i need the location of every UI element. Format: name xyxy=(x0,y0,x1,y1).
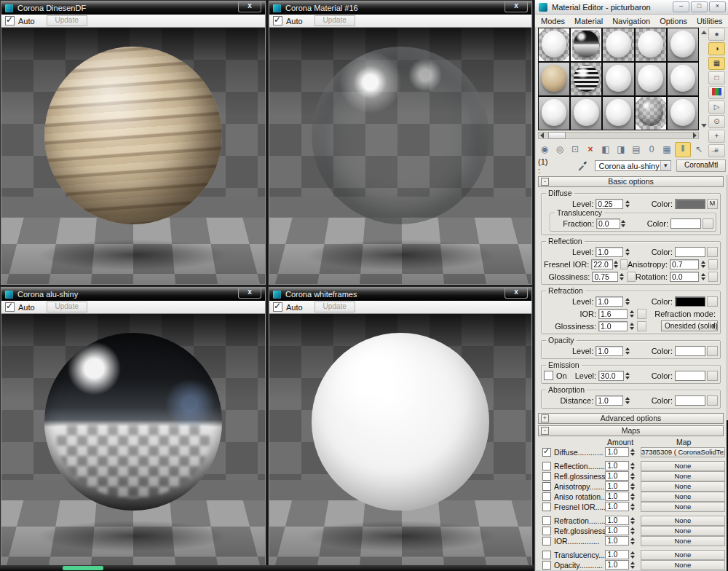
absorption-color-map-button[interactable] xyxy=(707,395,718,406)
spinner-up-icon[interactable] xyxy=(630,473,635,476)
reflection-level-spinner[interactable] xyxy=(624,247,630,256)
sample-slot-10[interactable] xyxy=(668,63,698,95)
refrglossiness-amount-spinner[interactable] xyxy=(630,526,636,535)
ior-map-checkbox[interactable] xyxy=(542,537,551,546)
opacity-color-swatch[interactable] xyxy=(675,346,705,356)
sample-slot-6[interactable] xyxy=(539,63,569,95)
show-end-result-icon[interactable]: ‖ xyxy=(675,142,691,157)
absorption-distance-field[interactable]: 1.0 xyxy=(596,395,623,406)
ior-map-button[interactable] xyxy=(637,309,646,319)
spinner-up-icon[interactable] xyxy=(630,462,635,465)
diffuse-amount-field[interactable]: 1.0 xyxy=(605,447,629,457)
reflection-amount-spinner[interactable] xyxy=(630,461,636,470)
refrglossiness-amount-field[interactable]: 1.0 xyxy=(605,526,629,535)
emission-color-swatch[interactable] xyxy=(675,371,705,381)
scrollbar-thumb[interactable] xyxy=(548,132,566,139)
anisotropy-map-button[interactable]: None xyxy=(641,481,725,492)
sample-slot-15[interactable] xyxy=(668,97,698,130)
sample-type-button[interactable]: ● xyxy=(708,28,725,41)
update-button[interactable]: Update xyxy=(47,302,87,312)
reflection-amount-field[interactable]: 1.0 xyxy=(605,461,629,470)
spinner-down-icon[interactable] xyxy=(630,497,635,500)
maximize-button[interactable]: □ xyxy=(691,1,708,12)
emission-color-map-button[interactable] xyxy=(707,371,718,381)
close-button[interactable]: x xyxy=(505,288,528,299)
window-titlebar[interactable]: Corona alu-shiny x xyxy=(1,288,265,301)
spinner-down-icon[interactable] xyxy=(630,532,635,535)
spinner-down-icon[interactable] xyxy=(630,477,635,480)
refraction-amount-spinner[interactable] xyxy=(630,516,636,525)
refraction-glossiness-field[interactable]: 1.0 xyxy=(598,321,628,331)
reset-map-mtl-icon[interactable]: × xyxy=(583,143,598,157)
glossiness-spinner[interactable] xyxy=(619,272,625,281)
window-titlebar[interactable]: Corona Material #16 x xyxy=(269,1,531,15)
fresnel-ior-map-button[interactable] xyxy=(620,259,628,269)
make-preview-button[interactable]: ▷ xyxy=(708,101,725,114)
spinner-up-icon[interactable] xyxy=(630,551,635,554)
emission-level-field[interactable]: 30.0 xyxy=(598,371,624,381)
sample-uv-tiling-button[interactable]: □ xyxy=(708,71,725,84)
fresnel-ior-spinner[interactable] xyxy=(614,259,618,269)
spinner-down-icon[interactable] xyxy=(630,556,635,559)
diffuse-map-checkbox[interactable] xyxy=(542,448,551,457)
sample-slot-14[interactable] xyxy=(636,97,666,130)
assign-material-to-selection-icon[interactable]: ⊡ xyxy=(568,143,582,157)
spinner-up-icon[interactable] xyxy=(630,483,635,486)
backlight-button[interactable]: ◑ xyxy=(708,42,725,55)
spinner-up-icon[interactable] xyxy=(630,517,635,520)
spinner-up-icon[interactable] xyxy=(630,493,635,496)
refraction-mode-dropdown[interactable]: Onesided (solid) xyxy=(661,320,718,331)
sample-slot-3[interactable] xyxy=(603,28,633,61)
video-color-check-button[interactable] xyxy=(708,86,725,99)
select-by-material-button[interactable]: + xyxy=(708,130,725,143)
glossiness-field[interactable]: 0.75 xyxy=(592,272,618,282)
translucency-amount-field[interactable]: 1.0 xyxy=(605,550,629,559)
window-titlebar[interactable]: Corona whiteframes x xyxy=(269,288,531,301)
anisotropy-amount-field[interactable]: 1.0 xyxy=(605,481,629,491)
update-button[interactable]: Update xyxy=(47,15,87,26)
spinner-down-icon[interactable] xyxy=(630,521,635,524)
translucency-map-button[interactable]: None xyxy=(641,550,725,560)
emission-on-checkbox[interactable] xyxy=(544,371,553,380)
reflection-color-swatch[interactable] xyxy=(675,247,705,257)
translucency-fraction-field[interactable]: 0.0 xyxy=(596,218,620,229)
sample-slot-1[interactable] xyxy=(539,28,569,61)
refraction-color-swatch[interactable] xyxy=(675,296,705,307)
sample-slot-13[interactable] xyxy=(603,97,633,130)
auto-checkbox[interactable] xyxy=(5,302,15,312)
aniso-rotation-map-checkbox[interactable] xyxy=(542,492,551,501)
refrglossiness-map-checkbox[interactable] xyxy=(542,527,551,535)
auto-checkbox[interactable] xyxy=(273,16,282,25)
refraction-glossiness-spinner[interactable] xyxy=(628,321,635,331)
reflglossiness-amount-spinner[interactable] xyxy=(630,471,636,481)
refraction-color-map-button[interactable] xyxy=(707,296,718,307)
opacity-amount-spinner[interactable] xyxy=(630,560,636,570)
ior-amount-field[interactable]: 1.0 xyxy=(605,536,629,546)
diffuse-amount-spinner[interactable] xyxy=(630,447,636,457)
menu-options[interactable]: Options xyxy=(660,17,687,25)
fresnel-ior-map-checkbox[interactable] xyxy=(542,503,551,511)
sample-slot-9[interactable] xyxy=(636,63,666,95)
spinner-down-icon[interactable] xyxy=(630,487,635,490)
menu-navigation[interactable]: Navigation xyxy=(612,17,650,25)
sample-slot-12[interactable] xyxy=(571,97,601,130)
options-button[interactable]: ⊙ xyxy=(708,115,725,128)
refraction-map-checkbox[interactable] xyxy=(542,516,551,525)
menu-utilities[interactable]: Utilities xyxy=(697,17,722,25)
fresnel-ior-amount-spinner[interactable] xyxy=(630,502,636,511)
expand-icon[interactable]: + xyxy=(541,414,549,422)
opacity-map-checkbox[interactable] xyxy=(542,561,551,570)
ior-map-button[interactable]: None xyxy=(641,536,725,546)
scroll-left-icon[interactable] xyxy=(540,133,544,138)
sample-slot-11[interactable] xyxy=(539,97,569,130)
window-titlebar[interactable]: Corona DinesenDF x xyxy=(1,1,265,15)
sample-slot-4[interactable] xyxy=(636,28,666,61)
refrglossiness-map-button[interactable]: None xyxy=(641,526,725,536)
slots-scroll-down-button[interactable] xyxy=(701,124,707,127)
refraction-map-button[interactable]: None xyxy=(641,516,725,526)
translucency-map-checkbox[interactable] xyxy=(542,551,551,559)
translucency-color-swatch[interactable] xyxy=(670,218,701,229)
material-id-channel-icon[interactable]: 0 xyxy=(644,143,659,157)
absorption-color-swatch[interactable] xyxy=(675,395,705,406)
reflglossiness-amount-field[interactable]: 1.0 xyxy=(605,471,629,481)
